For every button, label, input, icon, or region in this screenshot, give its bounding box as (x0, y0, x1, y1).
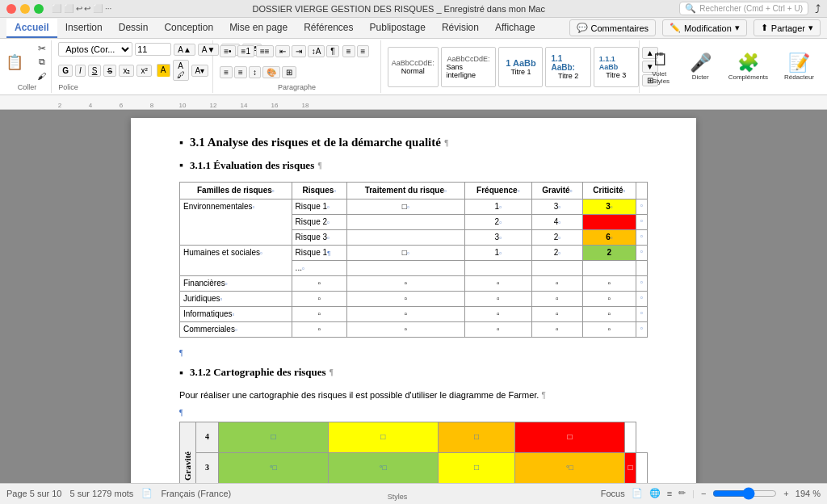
strikethrough-button[interactable]: S̶ (103, 65, 116, 77)
volet-styles-button[interactable]: 🗒 VoletStyles (643, 48, 679, 86)
align-center-button[interactable]: ≡ (357, 45, 370, 57)
line-spacing-button[interactable]: ↕ (249, 66, 261, 78)
cell-ei: ▫ (636, 306, 648, 321)
pilcrow-button[interactable]: ¶ (326, 45, 338, 57)
cell-crit-1: 3▫ (582, 199, 636, 214)
cell-financieres: Financières▫ (180, 275, 292, 291)
farmer-y-axis: Gravité (180, 422, 196, 483)
zoom-level: 194 % (796, 489, 821, 498)
table-row: Financières▫ ▫ ▫ ▫ ▫ ▫ ▫ (180, 275, 648, 291)
redacteur-button[interactable]: 📝 Rédacteur (778, 51, 821, 82)
style-normal[interactable]: AaBbCcDdE: Normal (388, 47, 439, 87)
page-indicator: Page 5 sur 10 (6, 489, 62, 498)
align-right-button[interactable]: ≡ (220, 66, 233, 78)
align-left-button[interactable]: ≡ (342, 45, 355, 57)
tab-conception[interactable]: Conception (156, 19, 221, 38)
farmer-y-label: Gravité (182, 452, 194, 481)
table-row: Environnementales▫ Risque 1▫ □▫ 1▫ 3▫ 3▫… (180, 199, 648, 214)
cell-ri: ▫ (292, 306, 346, 321)
cell-traitement-h1: □▫ (347, 245, 465, 260)
borders-button[interactable]: ⊞ (282, 66, 296, 78)
text-color-button[interactable]: A▾ (191, 65, 209, 77)
cell-tc: ▫ (347, 321, 465, 337)
view-icon3[interactable]: ≡ (667, 489, 672, 498)
zoom-slider[interactable] (712, 487, 777, 500)
close-button[interactable] (6, 4, 16, 14)
status-left: Page 5 sur 10 5 sur 1279 mots 📄 Français… (6, 488, 231, 498)
table-header-traitement: Traitement du risque▫ (347, 182, 465, 199)
cell-grav-2: 4▫ (532, 214, 583, 229)
tab-publipostage[interactable]: Publipostage (362, 19, 434, 38)
shading-button[interactable]: 🎨 (262, 66, 280, 78)
font-label: Police (58, 82, 78, 91)
tab-mise-en-page[interactable]: Mise en page (221, 19, 296, 38)
font-grow-button[interactable]: A▲ (174, 44, 195, 56)
increase-indent-button[interactable]: ⇥ (292, 45, 306, 57)
decrease-indent-button[interactable]: ⇤ (275, 45, 290, 57)
share-icon[interactable]: ⤴ (815, 2, 821, 15)
superscript-button[interactable]: x² (136, 65, 151, 77)
cell-crit-3: 6▫ (582, 229, 636, 245)
ribbon-toolbar: 📋 ✂ ⧉ 🖌 Coller Aptos (Cor... A▲ A▼ Aa ✗A (0, 39, 827, 95)
font-color-button[interactable]: A (157, 64, 170, 77)
paste-button[interactable]: 📋 (2, 49, 27, 75)
font-size-input[interactable] (135, 43, 171, 56)
multilevel-button[interactable]: ≡≡ (256, 45, 274, 57)
bold-button[interactable]: G (58, 65, 73, 77)
complements-button[interactable]: 🧩 Compléments (722, 51, 775, 82)
tab-revision[interactable]: Révision (434, 19, 487, 38)
numbering-button[interactable]: ≡1 (237, 45, 254, 57)
share-button[interactable]: ⬆ Partager ▾ (754, 19, 821, 36)
sort-button[interactable]: ↕A (308, 45, 325, 57)
pencil-icon: ✏️ (670, 23, 681, 33)
highlight-button[interactable]: A🖊 (173, 60, 189, 81)
modification-button[interactable]: ✏️ Modification ▾ (662, 19, 747, 36)
bullets-button[interactable]: ≡• (220, 45, 235, 57)
style-titre1-preview: 1 AaBb (506, 58, 536, 68)
styles-label: Styles (388, 491, 408, 501)
maximize-button[interactable] (34, 4, 44, 14)
cell-gj: ▫ (532, 291, 583, 306)
farmer-cell-4-4: □ (515, 422, 625, 452)
search-placeholder: Rechercher (Cmd + Ctrl + U) (699, 4, 803, 13)
focus-mode[interactable]: Focus (601, 489, 625, 498)
farmer-cell-extra (625, 422, 636, 452)
tab-accueil[interactable]: Accueil (6, 19, 57, 38)
view-icon4[interactable]: ✏ (678, 488, 686, 498)
subscript-button[interactable]: x₂ (119, 65, 134, 77)
view-icon1[interactable]: 📄 (632, 488, 643, 498)
underline-button[interactable]: S (88, 65, 102, 77)
style-titre1[interactable]: 1 AaBb Titre 1 (498, 47, 543, 87)
bullet-icon-2: ▪ (179, 158, 183, 174)
cut-button[interactable]: ✂ (31, 42, 53, 54)
justify-button[interactable]: ≡ (234, 66, 247, 78)
comments-button[interactable]: 💬 Commentaires (569, 19, 657, 36)
style-titre3[interactable]: 1.1.1 AaBb Titre 3 (594, 47, 639, 87)
tab-affichage[interactable]: Affichage (487, 19, 544, 38)
style-titre3-label: Titre 3 (606, 71, 626, 79)
farmer-cell-3-2: °□ (328, 452, 438, 483)
format-painter-button[interactable]: 🖌 (31, 69, 53, 82)
font-family-select[interactable]: Aptos (Cor... (58, 42, 132, 57)
cell-c-h2 (582, 260, 636, 275)
tab-insertion[interactable]: Insertion (57, 19, 111, 38)
dicter-button[interactable]: 🎤 Dicter (682, 51, 719, 82)
document-area[interactable]: ▪ 3.1 Analyse des risques et de la démar… (0, 110, 827, 483)
copy-button[interactable]: ⧉ (31, 56, 53, 68)
tab-dessin[interactable]: Dessin (111, 19, 157, 38)
tab-references[interactable]: Références (296, 19, 361, 38)
minimize-button[interactable] (20, 4, 30, 14)
search-box[interactable]: 🔍 Rechercher (Cmd + Ctrl + U) (679, 2, 808, 15)
style-sans-interligne[interactable]: AaBbCcDdE: Sans interligne (441, 47, 497, 87)
style-titre2[interactable]: 1.1 AaBb: Titre 2 (545, 47, 590, 87)
cell-tj: ▫ (347, 291, 465, 306)
cell-f-h2 (464, 260, 532, 275)
zoom-out-button[interactable]: − (701, 489, 706, 498)
cell-risque-h2: ...▫ (292, 260, 346, 275)
heading-3-1-text: 3.1 Analyse des risques et de la démarch… (190, 134, 441, 151)
italic-button[interactable]: I (75, 65, 86, 77)
cell-grav-3: 2▫ (532, 229, 583, 245)
view-icon2[interactable]: 🌐 (649, 488, 661, 498)
cell-rc: ▫ (292, 321, 346, 337)
zoom-in-button[interactable]: + (783, 489, 788, 498)
